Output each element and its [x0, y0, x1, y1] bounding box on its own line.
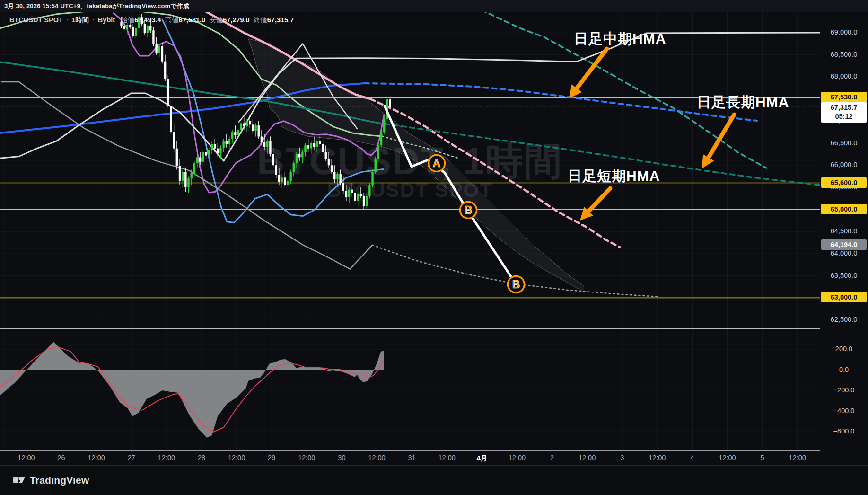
candle-down: [275, 165, 277, 175]
candle-up: [254, 125, 256, 131]
tradingview-logo[interactable]: TradingView: [13, 474, 89, 486]
symbol-name[interactable]: BTCUSDT SPOT: [9, 16, 63, 24]
candle-down: [170, 106, 172, 132]
candle-up: [383, 119, 385, 132]
price-tick: 68,000.0: [820, 72, 868, 80]
tradingview-chart-window: 3月 30, 2026 15:54 UTC+9、takatabaがTrading…: [0, 0, 868, 495]
last-price-tag[interactable]: 67,315.705:12: [821, 102, 867, 123]
candle-up: [219, 148, 221, 153]
time-tick: 12:00: [360, 454, 394, 461]
price-axis[interactable]: 69,000.068,500.068,000.067,000.066,500.0…: [820, 12, 868, 465]
candle-down: [258, 125, 260, 136]
candle-up: [380, 132, 382, 145]
candle-down: [123, 26, 125, 29]
title-separator: ・: [89, 16, 98, 24]
annotation-daily-long-hma[interactable]: 日足長期HMA: [697, 93, 789, 112]
oscillator-area: [0, 342, 384, 438]
marker-letter: B: [465, 204, 473, 216]
candle-up: [310, 143, 312, 149]
candle-down: [307, 145, 309, 149]
candle-down: [339, 174, 341, 183]
marker-letter: A: [433, 157, 441, 169]
annotation-arrow[interactable]: [580, 188, 610, 221]
time-tick: 12:00: [150, 454, 183, 461]
annotation-daily-short-hma[interactable]: 日足短期HMA: [568, 167, 660, 186]
price-tick: 62,500.0: [820, 316, 868, 323]
path-marker-b[interactable]: B: [508, 276, 525, 293]
candle-down: [149, 26, 151, 30]
indicator-value-tag[interactable]: 64,194.0: [821, 239, 867, 250]
price-pane[interactable]: ABB: [0, 9, 820, 298]
candle-up: [240, 123, 242, 130]
high-value: 67,581.0: [179, 16, 205, 24]
candle-up: [281, 177, 283, 182]
time-tick: 12:00: [711, 454, 744, 461]
candle-down: [319, 141, 321, 144]
candle-down: [132, 27, 134, 36]
candle-down: [179, 166, 181, 181]
candle-down: [129, 25, 131, 27]
bar-countdown: 05:12: [821, 112, 867, 121]
candle-down: [261, 136, 263, 142]
candle-up: [366, 196, 368, 206]
time-tick: 4: [675, 454, 709, 461]
candle-up: [135, 28, 137, 36]
candle-down: [234, 132, 236, 135]
candle-down: [226, 141, 228, 144]
candle-up: [126, 25, 128, 29]
path-marker-b[interactable]: B: [460, 202, 477, 219]
symbol-title-row[interactable]: BTCUSDT SPOT・1時間・Bybit 始値67,493.4 高値67,5…: [9, 16, 294, 25]
candle-down: [389, 99, 391, 107]
candle-up: [357, 194, 359, 201]
close-label: 終値: [254, 16, 267, 24]
price-tick: 63,500.0: [820, 272, 868, 279]
chart-canvas[interactable]: ABB: [0, 0, 868, 495]
annotation-arrow[interactable]: [702, 115, 734, 168]
level-price-tag[interactable]: 65,000.0: [821, 204, 867, 214]
candle-up: [371, 172, 373, 185]
candle-down: [205, 152, 207, 155]
level-price-tag[interactable]: 67,530.0: [821, 92, 867, 102]
close-value: 67,315.7: [267, 16, 294, 24]
level-price-tag[interactable]: 63,000.0: [821, 292, 867, 302]
level-price-tag[interactable]: 65,600.0: [821, 177, 867, 188]
candle-down: [176, 149, 178, 166]
time-tick: 31: [395, 454, 429, 461]
candle-down: [354, 193, 356, 201]
candle-up: [348, 190, 350, 197]
oscillator-pane[interactable]: [0, 342, 820, 438]
title-separator: ・: [63, 16, 72, 24]
candle-up: [375, 159, 377, 172]
interval-label[interactable]: 1時間: [71, 16, 89, 24]
candle-down: [152, 30, 154, 44]
candle-up: [368, 185, 370, 196]
annotation-daily-mid-hma[interactable]: 日足中期HMA: [574, 29, 666, 49]
candle-down: [322, 144, 324, 152]
attribution-text: 3月 30, 2026 15:54 UTC+9、takatabaがTrading…: [4, 2, 189, 10]
candle-up: [208, 150, 210, 156]
candle-up: [147, 26, 149, 33]
tradingview-brand-text[interactable]: TradingView: [30, 475, 89, 486]
candle-up: [289, 172, 291, 181]
candle-up: [304, 145, 306, 152]
candle-down: [325, 152, 327, 159]
path-marker-a[interactable]: A: [429, 155, 445, 172]
candle-down: [214, 144, 216, 148]
open-label: 始値: [121, 16, 134, 24]
time-tick: 12:00: [80, 454, 113, 461]
time-tick: 12:00: [10, 454, 43, 461]
candle-up: [246, 121, 248, 126]
annotation-arrow[interactable]: [569, 49, 607, 98]
candle-up: [301, 152, 303, 157]
candle-down: [269, 141, 271, 154]
indicator-tick: 200.0: [820, 345, 868, 353]
candle-up: [377, 145, 379, 159]
time-axis[interactable]: 12:002612:002712:002812:002912:003012:00…: [0, 451, 820, 465]
candle-up: [158, 46, 160, 53]
candle-down: [199, 157, 201, 161]
marker-letter: B: [512, 278, 520, 291]
time-tick: 2: [535, 454, 569, 461]
candle-down: [333, 172, 335, 179]
low-label: 安値: [209, 16, 223, 24]
time-tick: 4月: [465, 454, 499, 463]
